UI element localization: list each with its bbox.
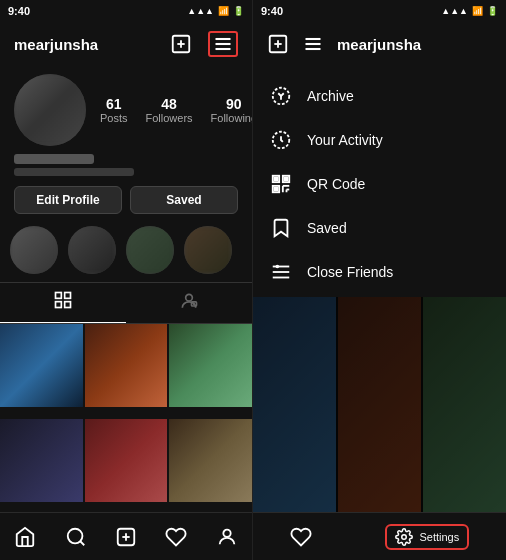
- bio-name: [14, 154, 94, 164]
- menu-archive[interactable]: Archive: [253, 74, 506, 118]
- following-label: Following: [211, 112, 253, 124]
- grid-photo-6[interactable]: [169, 419, 252, 502]
- highlights-row: [0, 222, 252, 282]
- r-grid-3: [423, 297, 506, 512]
- saved-button[interactable]: Saved: [130, 186, 238, 214]
- r-wifi-icon: 📶: [472, 6, 483, 16]
- close-friends-label: Close Friends: [307, 264, 393, 280]
- tab-bar: [0, 282, 252, 324]
- grid-photo-4[interactable]: [0, 419, 83, 502]
- nav-profile[interactable]: [216, 526, 238, 548]
- highlight-3[interactable]: [126, 226, 174, 274]
- tab-grid[interactable]: [0, 283, 126, 323]
- highlight-circle-1: [10, 226, 58, 274]
- svg-point-10: [186, 294, 193, 301]
- highlight-4[interactable]: [184, 226, 232, 274]
- nav-home[interactable]: [14, 526, 36, 548]
- r-grid-2: [338, 297, 421, 512]
- right-username: mearjunsha: [337, 36, 421, 53]
- settings-button[interactable]: Settings: [385, 524, 469, 550]
- edit-profile-button[interactable]: Edit Profile: [14, 186, 122, 214]
- grid-icon: [53, 290, 73, 315]
- settings-label: Settings: [419, 531, 459, 543]
- tab-tagged[interactable]: [126, 283, 252, 323]
- nav-search[interactable]: [65, 526, 87, 548]
- highlight-circle-3: [126, 226, 174, 274]
- saved-menu-label: Saved: [307, 220, 347, 236]
- right-panel: 9:40 ▲▲▲ 📶 🔋 mearjunsha: [253, 0, 506, 560]
- activity-icon: [269, 128, 293, 152]
- right-bottom-area: [253, 297, 506, 512]
- menu-saved[interactable]: Saved: [253, 206, 506, 250]
- grid-photo-5[interactable]: [85, 419, 168, 502]
- svg-rect-6: [56, 293, 62, 299]
- left-top-icons: [170, 31, 238, 57]
- posts-count: 61: [106, 96, 122, 112]
- grid-photo-1[interactable]: [0, 324, 83, 407]
- menu-button[interactable]: [208, 31, 238, 57]
- posts-label: Posts: [100, 112, 128, 124]
- highlight-1[interactable]: [10, 226, 58, 274]
- left-status-time: 9:40: [8, 5, 30, 17]
- left-status-bar: 9:40 ▲▲▲ 📶 🔋: [0, 0, 252, 22]
- highlight-circle-4: [184, 226, 232, 274]
- svg-point-45: [402, 534, 407, 539]
- left-top-bar: mearjunsha: [0, 22, 252, 66]
- grid-photo-3[interactable]: [169, 324, 252, 407]
- highlight-2[interactable]: [68, 226, 116, 274]
- svg-line-14: [80, 541, 84, 545]
- r-battery-icon: 🔋: [487, 6, 498, 16]
- bio-section: [0, 152, 252, 182]
- left-panel: 9:40 ▲▲▲ 📶 🔋 mearjunsha: [0, 0, 253, 560]
- following-count: 90: [226, 96, 242, 112]
- highlight-circle-2: [68, 226, 116, 274]
- svg-rect-7: [65, 293, 71, 299]
- photo-grid: [0, 324, 252, 512]
- right-status-icons: ▲▲▲ 📶 🔋: [441, 6, 498, 16]
- svg-rect-31: [275, 178, 278, 181]
- wifi-icon: 📶: [218, 6, 229, 16]
- person-tag-icon: [179, 291, 199, 316]
- stats-row: 61 Posts 48 Followers 90 Following: [100, 96, 253, 124]
- qr-icon: [269, 172, 293, 196]
- right-status-time: 9:40: [261, 5, 283, 17]
- svg-rect-9: [65, 302, 71, 308]
- right-top-bar: mearjunsha: [253, 22, 506, 66]
- close-friends-icon: [269, 260, 293, 284]
- avatar-image: [14, 74, 86, 146]
- menu-qr[interactable]: QR Code: [253, 162, 506, 206]
- right-grid-bg: [253, 297, 506, 512]
- right-bottom-nav: Settings: [253, 512, 506, 560]
- menu-list: Archive Your Activity: [253, 66, 506, 297]
- grid-photo-2[interactable]: [85, 324, 168, 407]
- archive-label: Archive: [307, 88, 354, 104]
- nav-heart[interactable]: [165, 526, 187, 548]
- menu-activity[interactable]: Your Activity: [253, 118, 506, 162]
- nav-add[interactable]: [115, 526, 137, 548]
- r-grid-1: [253, 297, 336, 512]
- followers-count: 48: [161, 96, 177, 112]
- avatar: [14, 74, 86, 146]
- archive-icon: [269, 84, 293, 108]
- activity-label: Your Activity: [307, 132, 383, 148]
- menu-close-friends[interactable]: Close Friends: [253, 250, 506, 294]
- r-signal-icon: ▲▲▲: [441, 6, 468, 16]
- r-add-button[interactable]: [267, 33, 289, 55]
- bio-text: [14, 168, 134, 176]
- following-stat: 90 Following: [211, 96, 253, 124]
- r-nav-heart[interactable]: [290, 526, 312, 548]
- add-post-button[interactable]: [170, 33, 192, 55]
- r-menu-button[interactable]: [303, 34, 323, 54]
- left-bottom-nav: [0, 512, 252, 560]
- left-status-icons: ▲▲▲ 📶 🔋: [187, 6, 244, 16]
- svg-rect-32: [285, 178, 288, 181]
- profile-section: 61 Posts 48 Followers 90 Following: [0, 66, 252, 152]
- signal-icon: ▲▲▲: [187, 6, 214, 16]
- action-buttons: Edit Profile Saved: [0, 182, 252, 222]
- saved-icon: [269, 216, 293, 240]
- battery-icon: 🔋: [233, 6, 244, 16]
- right-status-bar: 9:40 ▲▲▲ 📶 🔋: [253, 0, 506, 22]
- posts-stat: 61 Posts: [100, 96, 128, 124]
- followers-stat: 48 Followers: [146, 96, 193, 124]
- left-username: mearjunsha: [14, 36, 98, 53]
